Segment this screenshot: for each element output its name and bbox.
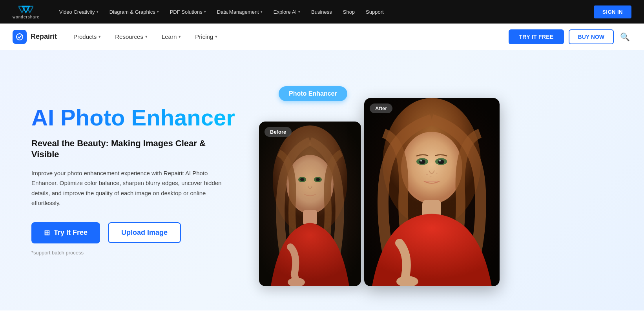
chevron-down-icon: ▾ <box>298 10 300 14</box>
top-nav-video-creativity[interactable]: Video Creativity ▾ <box>54 6 104 18</box>
video-creativity-label: Video Creativity <box>59 9 95 15</box>
svg-point-3 <box>16 34 23 40</box>
diagram-graphics-label: Diagram & Graphics <box>109 9 155 15</box>
resources-label: Resources <box>115 33 143 40</box>
hero-upload-button[interactable]: Upload Image <box>108 222 181 243</box>
data-management-label: Data Management <box>217 9 259 15</box>
product-nav: Repairit Products ▾ Resources ▾ Learn ▾ … <box>0 24 644 50</box>
wondershare-logo-icon <box>18 5 33 14</box>
buy-now-button[interactable]: BUY NOW <box>569 29 614 44</box>
chevron-down-icon: ▾ <box>215 34 217 39</box>
hero-section: AI Photo Enhancer Reveal the Beauty: Mak… <box>0 50 644 310</box>
try-free-label: Try It Free <box>54 229 88 237</box>
after-photo <box>364 98 500 286</box>
svg-point-9 <box>300 178 304 181</box>
product-nav-items: Products ▾ Resources ▾ Learn ▾ Pricing ▾ <box>66 30 509 43</box>
chevron-down-icon: ▾ <box>204 10 206 14</box>
before-after-container: Before <box>259 98 500 286</box>
top-nav-explore-ai[interactable]: Explore AI ▾ <box>268 6 306 18</box>
svg-point-25 <box>436 173 438 174</box>
hero-title: AI Photo Enhancer <box>31 105 235 130</box>
top-nav-business[interactable]: Business <box>306 6 338 18</box>
hero-right: Photo Enhancer Before <box>259 82 613 278</box>
svg-point-21 <box>439 160 441 162</box>
photo-enhancer-badge: Photo Enhancer <box>279 86 347 101</box>
product-nav-learn[interactable]: Learn ▾ <box>155 30 188 43</box>
svg-point-10 <box>316 178 320 181</box>
chevron-down-icon: ▾ <box>99 34 101 39</box>
svg-point-26 <box>431 176 432 177</box>
product-nav-right: TRY IT FREE BUY NOW 🔍 <box>509 29 631 44</box>
svg-point-18 <box>419 160 425 164</box>
sign-in-button[interactable]: SIGN IN <box>594 5 631 18</box>
repairit-logo[interactable]: Repairit <box>13 30 57 44</box>
hero-left: AI Photo Enhancer Reveal the Beauty: Mak… <box>31 105 235 256</box>
repairit-icon-svg <box>15 33 24 41</box>
hero-note: *support batch process <box>31 250 235 256</box>
wondershare-logo[interactable]: wondershare <box>13 5 40 19</box>
learn-label: Learn <box>162 33 177 40</box>
chevron-down-icon: ▾ <box>157 10 159 14</box>
chevron-down-icon: ▾ <box>261 10 263 14</box>
windows-icon: ⊞ <box>44 229 50 237</box>
before-photo <box>259 122 361 286</box>
products-label: Products <box>73 33 97 40</box>
svg-point-19 <box>438 160 444 164</box>
after-card: After <box>364 98 500 286</box>
svg-point-24 <box>426 174 428 175</box>
repairit-logo-icon <box>13 30 27 44</box>
top-nav-pdf-solutions[interactable]: PDF Solutions ▾ <box>164 6 212 18</box>
repairit-logo-name: Repairit <box>31 33 57 41</box>
product-nav-resources[interactable]: Resources ▾ <box>108 30 155 43</box>
try-it-free-button[interactable]: TRY IT FREE <box>509 29 564 44</box>
top-nav-data-management[interactable]: Data Management ▾ <box>212 6 268 18</box>
search-icon: 🔍 <box>620 33 630 41</box>
after-label: After <box>370 103 392 113</box>
wondershare-logo-text: wondershare <box>13 15 40 19</box>
svg-point-20 <box>420 160 422 162</box>
product-nav-products[interactable]: Products ▾ <box>66 30 108 43</box>
chevron-down-icon: ▾ <box>145 34 148 39</box>
pricing-label: Pricing <box>195 33 213 40</box>
product-nav-pricing[interactable]: Pricing ▾ <box>188 30 224 43</box>
before-card: Before <box>259 122 361 286</box>
top-nav: wondershare Video Creativity ▾ Diagram &… <box>0 0 644 24</box>
top-nav-shop[interactable]: Shop <box>338 6 360 18</box>
hero-description: Improve your photo enhancement experienc… <box>31 168 235 208</box>
shop-label: Shop <box>343 9 355 15</box>
top-nav-items: Video Creativity ▾ Diagram & Graphics ▾ … <box>54 6 594 18</box>
pdf-solutions-label: PDF Solutions <box>170 9 203 15</box>
top-nav-support[interactable]: Support <box>360 6 389 18</box>
chevron-down-icon: ▾ <box>97 10 99 14</box>
before-label: Before <box>265 127 292 137</box>
chevron-down-icon: ▾ <box>179 34 181 39</box>
explore-ai-label: Explore AI <box>274 9 297 15</box>
hero-subtitle: Reveal the Beauty: Making Images Clear &… <box>31 138 235 160</box>
hero-buttons: ⊞ Try It Free Upload Image <box>31 222 235 243</box>
svg-point-15 <box>401 132 462 204</box>
search-button[interactable]: 🔍 <box>618 31 631 43</box>
hero-try-free-button[interactable]: ⊞ Try It Free <box>31 222 100 243</box>
business-label: Business <box>311 9 332 15</box>
support-label: Support <box>366 9 384 15</box>
top-nav-diagram-graphics[interactable]: Diagram & Graphics ▾ <box>104 6 164 18</box>
